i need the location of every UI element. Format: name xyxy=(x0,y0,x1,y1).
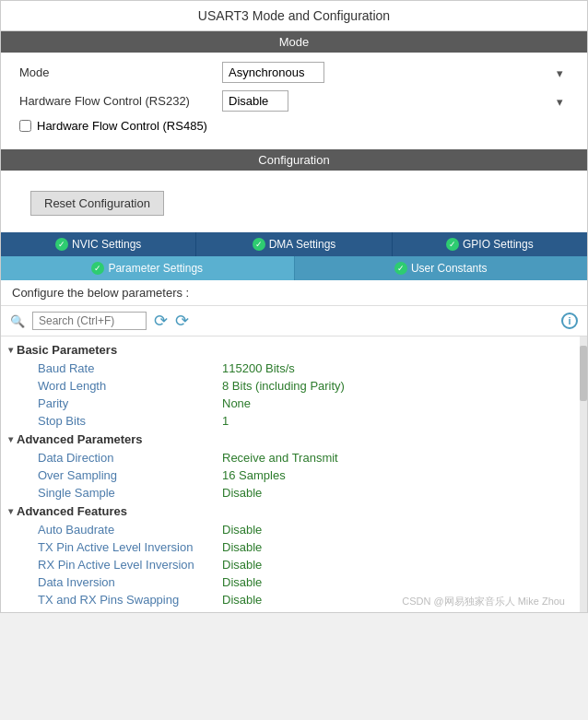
param-word-length-name: Word Length xyxy=(38,379,222,393)
dma-check-icon: ✓ xyxy=(253,238,265,251)
tab-nvic-label: NVIC Settings xyxy=(72,238,141,251)
group-advanced-features[interactable]: ▾ Advanced Features xyxy=(1,502,587,521)
tabs-row-1: ✓ NVIC Settings ✓ DMA Settings ✓ GPIO Se… xyxy=(1,232,587,256)
param-auto-baudrate: Auto Baudrate Disable xyxy=(1,521,587,538)
reset-btn-wrapper: Reset Configuration xyxy=(1,174,587,232)
window-title: USART3 Mode and Configuration xyxy=(1,1,587,31)
param-single-sample: Single Sample Disable xyxy=(1,484,587,502)
main-container: USART3 Mode and Configuration Mode Mode … xyxy=(0,0,588,613)
param-single-sample-name: Single Sample xyxy=(38,486,222,500)
param-baud-rate-name: Baud Rate xyxy=(38,361,222,375)
watermark: CSDN @网易独家音乐人 Mike Zhou xyxy=(398,593,569,610)
tab-dma-settings[interactable]: ✓ DMA Settings xyxy=(196,232,392,256)
group-advanced-parameters[interactable]: ▾ Advanced Parameters xyxy=(1,430,587,449)
search-icon: 🔍 xyxy=(10,314,25,328)
chevron-features-icon: ▾ xyxy=(8,506,13,516)
hw-flow-select-wrapper[interactable]: Disable xyxy=(222,90,569,112)
param-over-sampling-name: Over Sampling xyxy=(38,468,222,482)
param-rx-pin-active-name: RX Pin Active Level Inversion xyxy=(38,558,222,572)
param-data-inversion-value: Disable xyxy=(222,575,262,589)
search-input[interactable] xyxy=(39,314,140,327)
search-input-wrapper[interactable] xyxy=(32,312,147,330)
configure-label: Configure the below parameters : xyxy=(1,280,587,306)
param-data-inversion: Data Inversion Disable xyxy=(1,573,587,591)
param-rx-pin-active: RX Pin Active Level Inversion Disable xyxy=(1,556,587,573)
hw-flow-label: Hardware Flow Control (RS232) xyxy=(19,94,222,108)
param-tree: ▾ Basic Parameters Baud Rate 115200 Bits… xyxy=(1,336,587,612)
param-stop-bits-name: Stop Bits xyxy=(38,414,222,428)
param-rx-pin-active-value: Disable xyxy=(222,558,262,572)
tab-parameter-settings[interactable]: ✓ Parameter Settings xyxy=(1,256,295,280)
param-parity: Parity None xyxy=(1,395,587,412)
param-tx-rx-swapping-name: TX and RX Pins Swapping xyxy=(38,593,222,607)
tab-dma-label: DMA Settings xyxy=(269,238,336,251)
param-data-direction: Data Direction Receive and Transmit xyxy=(1,449,587,466)
tab-user-constants[interactable]: ✓ User Constants xyxy=(295,256,588,280)
scrollbar-track[interactable] xyxy=(580,336,587,612)
next-nav-icon[interactable]: ⟳ xyxy=(175,311,189,331)
gpio-check-icon: ✓ xyxy=(446,238,459,251)
rs485-row: Hardware Flow Control (RS485) xyxy=(19,119,569,133)
mode-section-header: Mode xyxy=(1,31,587,53)
param-tx-pin-active-value: Disable xyxy=(222,540,262,554)
mode-row: Mode Asynchronous xyxy=(19,62,569,83)
param-word-length-value: 8 Bits (including Parity) xyxy=(222,379,345,393)
param-data-inversion-name: Data Inversion xyxy=(38,575,222,589)
group-basic-parameters[interactable]: ▾ Basic Parameters xyxy=(1,340,587,360)
hw-flow-select[interactable]: Disable xyxy=(222,90,288,112)
param-tx-pin-active-name: TX Pin Active Level Inversion xyxy=(38,540,222,554)
rs485-checkbox[interactable] xyxy=(19,120,31,132)
info-icon[interactable]: i xyxy=(561,313,578,329)
tab-param-label: Parameter Settings xyxy=(108,262,203,275)
reset-config-button[interactable]: Reset Configuration xyxy=(30,191,164,216)
tabs-row-2: ✓ Parameter Settings ✓ User Constants xyxy=(1,256,587,280)
param-stop-bits: Stop Bits 1 xyxy=(1,412,587,430)
param-data-direction-value: Receive and Transmit xyxy=(222,451,338,465)
user-check-icon: ✓ xyxy=(394,262,407,275)
param-auto-baudrate-name: Auto Baudrate xyxy=(38,523,222,537)
tab-gpio-label: GPIO Settings xyxy=(463,238,534,251)
hw-flow-row: Hardware Flow Control (RS232) Disable xyxy=(19,90,569,112)
group-features-label: Advanced Features xyxy=(17,504,127,518)
param-parity-value: None xyxy=(222,396,251,410)
param-over-sampling-value: 16 Samples xyxy=(222,468,286,482)
param-stop-bits-value: 1 xyxy=(222,414,229,428)
tab-user-label: User Constants xyxy=(411,262,488,275)
param-baud-rate-value: 115200 Bits/s xyxy=(222,361,295,375)
prev-nav-icon[interactable]: ⟳ xyxy=(154,311,168,331)
search-bar: 🔍 ⟳ ⟳ i xyxy=(1,306,587,336)
tab-gpio-settings[interactable]: ✓ GPIO Settings xyxy=(393,232,587,256)
param-auto-baudrate-value: Disable xyxy=(222,523,262,537)
param-baud-rate: Baud Rate 115200 Bits/s xyxy=(1,360,587,377)
config-section: Reset Configuration ✓ NVIC Settings ✓ DM… xyxy=(1,174,587,612)
tab-nvic-settings[interactable]: ✓ NVIC Settings xyxy=(1,232,196,256)
config-section-header: Configuration xyxy=(1,149,587,171)
param-check-icon: ✓ xyxy=(91,262,104,275)
param-tx-rx-swapping-value: Disable xyxy=(222,593,262,607)
mode-select-wrapper[interactable]: Asynchronous xyxy=(222,62,569,83)
nvic-check-icon: ✓ xyxy=(55,238,68,251)
param-parity-name: Parity xyxy=(38,396,222,410)
mode-select[interactable]: Asynchronous xyxy=(222,62,324,83)
group-advanced-label: Advanced Parameters xyxy=(17,432,143,446)
param-data-direction-name: Data Direction xyxy=(38,451,222,465)
chevron-basic-icon: ▾ xyxy=(8,345,13,355)
scrollbar-thumb[interactable] xyxy=(580,346,587,401)
rs485-label: Hardware Flow Control (RS485) xyxy=(37,119,207,133)
group-basic-label: Basic Parameters xyxy=(17,343,117,357)
param-single-sample-value: Disable xyxy=(222,486,262,500)
mode-section-body: Mode Asynchronous Hardware Flow Control … xyxy=(1,53,587,146)
chevron-advanced-icon: ▾ xyxy=(8,434,13,444)
mode-label: Mode xyxy=(19,65,222,79)
param-word-length: Word Length 8 Bits (including Parity) xyxy=(1,377,587,395)
param-over-sampling: Over Sampling 16 Samples xyxy=(1,466,587,484)
param-tx-pin-active: TX Pin Active Level Inversion Disable xyxy=(1,538,587,556)
